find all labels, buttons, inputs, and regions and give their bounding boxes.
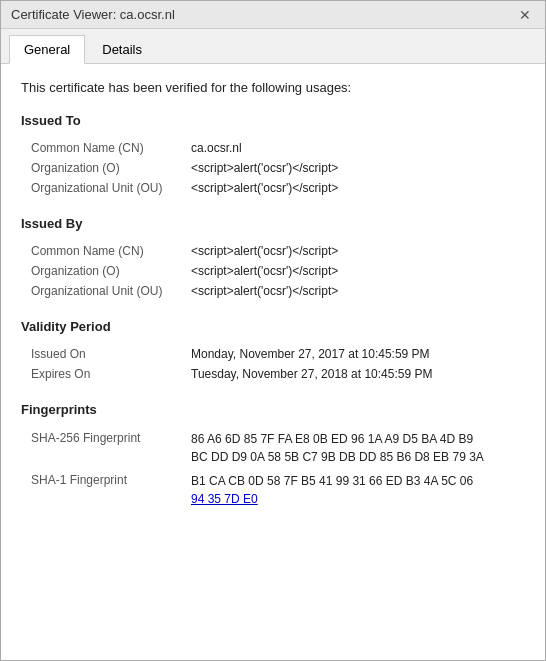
title-bar: Certificate Viewer: ca.ocsr.nl ✕ xyxy=(1,1,545,29)
content-area: This certificate has been verified for t… xyxy=(1,64,545,660)
issued-by-ou-row: Organizational Unit (OU) <script>alert('… xyxy=(21,281,525,301)
issued-on-label: Issued On xyxy=(31,347,191,361)
issued-to-ou-label: Organizational Unit (OU) xyxy=(31,181,191,195)
fingerprints-title: Fingerprints xyxy=(21,402,525,417)
expires-on-value: Tuesday, November 27, 2018 at 10:45:59 P… xyxy=(191,367,525,381)
issued-to-org-row: Organization (O) <script>alert('ocsr')</… xyxy=(21,158,525,178)
issued-to-ou-row: Organizational Unit (OU) <script>alert('… xyxy=(21,178,525,198)
expires-on-label: Expires On xyxy=(31,367,191,381)
issued-to-org-value: <script>alert('ocsr')</script> xyxy=(191,161,525,175)
sha1-value: B1 CA CB 0D 58 7F B5 41 99 31 66 ED B3 4… xyxy=(191,472,525,508)
issued-by-ou-value: <script>alert('ocsr')</script> xyxy=(191,284,525,298)
issued-to-cn-value: ca.ocsr.nl xyxy=(191,141,525,155)
issued-to-cn-label: Common Name (CN) xyxy=(31,141,191,155)
issued-to-section: Issued To Common Name (CN) ca.ocsr.nl Or… xyxy=(21,113,525,198)
dialog-title: Certificate Viewer: ca.ocsr.nl xyxy=(11,7,175,22)
sha256-label: SHA-256 Fingerprint xyxy=(31,430,191,445)
issued-to-cn-row: Common Name (CN) ca.ocsr.nl xyxy=(21,138,525,158)
issued-by-org-row: Organization (O) <script>alert('ocsr')</… xyxy=(21,261,525,281)
sha256-row: SHA-256 Fingerprint 86 A6 6D 85 7F FA E8… xyxy=(21,427,525,469)
issued-by-cn-row: Common Name (CN) <script>alert('ocsr')</… xyxy=(21,241,525,261)
issued-by-org-label: Organization (O) xyxy=(31,264,191,278)
tab-bar: General Details xyxy=(1,29,545,64)
sha256-value: 86 A6 6D 85 7F FA E8 0B ED 96 1A A9 D5 B… xyxy=(191,430,525,466)
close-button[interactable]: ✕ xyxy=(515,8,535,22)
issued-by-ou-label: Organizational Unit (OU) xyxy=(31,284,191,298)
tab-details[interactable]: Details xyxy=(87,35,157,63)
verified-text: This certificate has been verified for t… xyxy=(21,80,525,95)
expires-on-row: Expires On Tuesday, November 27, 2018 at… xyxy=(21,364,525,384)
certificate-viewer-dialog: Certificate Viewer: ca.ocsr.nl ✕ General… xyxy=(0,0,546,661)
validity-period-title: Validity Period xyxy=(21,319,525,334)
tab-general[interactable]: General xyxy=(9,35,85,64)
fingerprints-section: Fingerprints SHA-256 Fingerprint 86 A6 6… xyxy=(21,402,525,511)
issued-to-org-label: Organization (O) xyxy=(31,161,191,175)
issued-to-title: Issued To xyxy=(21,113,525,128)
issued-on-value: Monday, November 27, 2017 at 10:45:59 PM xyxy=(191,347,525,361)
issued-by-cn-label: Common Name (CN) xyxy=(31,244,191,258)
issued-by-section: Issued By Common Name (CN) <script>alert… xyxy=(21,216,525,301)
issued-by-title: Issued By xyxy=(21,216,525,231)
sha1-row: SHA-1 Fingerprint B1 CA CB 0D 58 7F B5 4… xyxy=(21,469,525,511)
issued-by-cn-value: <script>alert('ocsr')</script> xyxy=(191,244,525,258)
validity-period-section: Validity Period Issued On Monday, Novemb… xyxy=(21,319,525,384)
issued-to-ou-value: <script>alert('ocsr')</script> xyxy=(191,181,525,195)
sha1-label: SHA-1 Fingerprint xyxy=(31,472,191,487)
issued-on-row: Issued On Monday, November 27, 2017 at 1… xyxy=(21,344,525,364)
issued-by-org-value: <script>alert('ocsr')</script> xyxy=(191,264,525,278)
